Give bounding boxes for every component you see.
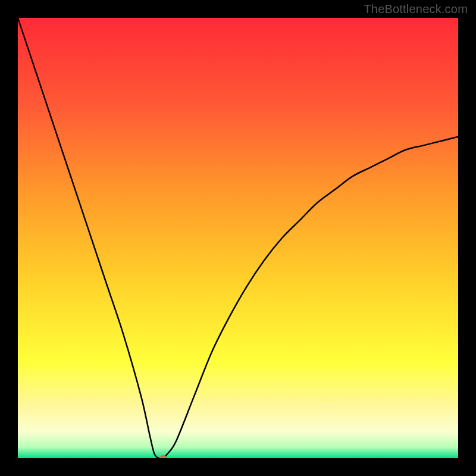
watermark-text: TheBottleneck.com xyxy=(364,2,468,16)
plot-area xyxy=(18,18,458,458)
chart-svg xyxy=(18,18,458,458)
chart-frame: TheBottleneck.com xyxy=(0,0,476,476)
chart-background xyxy=(18,18,458,458)
